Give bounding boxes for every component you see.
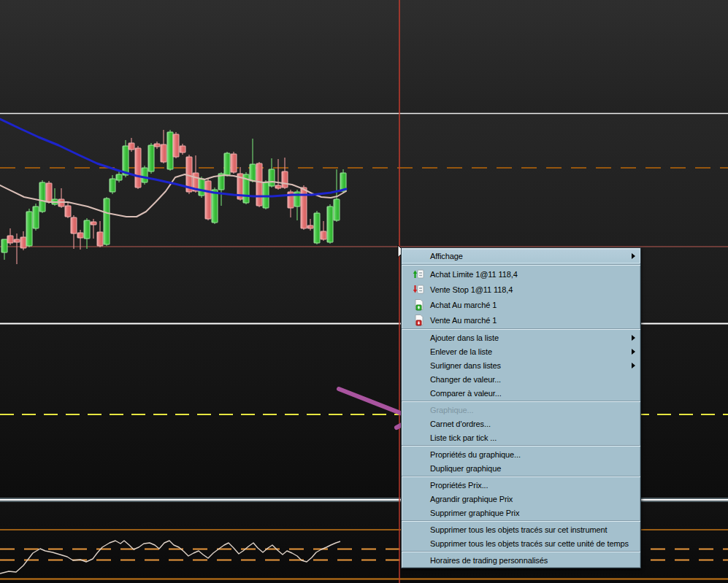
candle-bearish [161, 144, 166, 162]
menu-item-vente-stop[interactable]: Vente Stop 1@11 118,4 [402, 282, 640, 297]
menu-item-dupliquer-graphique[interactable]: Dupliquer graphique [402, 461, 640, 475]
menu-separator [402, 264, 640, 266]
menu-item-supprimer-graphique-prix[interactable]: Supprimer graphique Prix [402, 506, 640, 520]
chart-context-menu[interactable]: AffichageAchat Limite 1@11 118,4Vente St… [401, 247, 641, 568]
menu-item-supprimer-objets-temps[interactable]: Supprimer tous les objets tracés sur cet… [402, 536, 640, 550]
candle-bearish [275, 185, 281, 188]
menu-item-label: Supprimer tous les objets tracés sur cet… [430, 539, 629, 548]
menu-item-label: Vente Au marché 1 [430, 316, 497, 325]
candle-bearish [71, 217, 77, 233]
candle-bullish [148, 145, 154, 171]
submenu-arrow-icon [632, 253, 635, 259]
menu-item-graphique: Graphique... [402, 403, 640, 417]
menu-item-label: Affichage [430, 252, 463, 260]
candle-bullish [199, 179, 204, 196]
menu-item-affichage[interactable]: Affichage [402, 249, 640, 263]
menu-item-horaires-trading[interactable]: Horaires de trading personnalisés [402, 553, 640, 567]
oscillator-line [0, 541, 340, 574]
menu-separator [402, 401, 640, 402]
menu-item-enlever-liste[interactable]: Enlever de la liste [402, 344, 640, 358]
menu-item-ajouter-liste[interactable]: Ajouter dans la liste [402, 331, 640, 344]
candle-bearish [135, 148, 141, 188]
menu-item-agrandir-prix[interactable]: Agrandir graphique Prix [402, 492, 640, 506]
menu-item-label: Achat Au marché 1 [430, 301, 497, 309]
menu-item-label: Dupliquer graphique [430, 464, 501, 473]
candle-bearish [307, 225, 313, 228]
candle-bullish [334, 199, 340, 220]
menu-item-label: Propriétés Prix... [430, 481, 488, 490]
candle-bullish [26, 212, 32, 246]
candle-bearish [173, 134, 179, 157]
candle-bullish [33, 206, 39, 228]
menu-separator [402, 476, 640, 477]
trading-app-screen: AffichageAchat Limite 1@11 118,4Vente St… [0, 0, 728, 583]
menu-item-label: Changer de valeur... [430, 375, 501, 384]
candle-bearish [46, 183, 52, 202]
candle-bullish [142, 168, 147, 182]
submenu-arrow-icon [632, 363, 635, 368]
submenu-arrow-icon [632, 349, 635, 355]
candle-bearish [77, 233, 83, 238]
submenu-arrow-icon [632, 335, 635, 341]
menu-item-surligner-listes[interactable]: Surligner dans listes [402, 358, 640, 372]
candle-bearish [154, 144, 160, 147]
candle-bearish [129, 143, 134, 150]
menu-item-label: Carnet d'ordres... [430, 420, 491, 428]
candle-bullish [224, 153, 230, 175]
menu-item-label: Enlever de la liste [430, 347, 492, 356]
order-sell-market-icon [413, 314, 424, 326]
menu-item-vente-marche[interactable]: Vente Au marché 1 [402, 312, 640, 328]
menu-item-label: Liste tick par tick ... [430, 433, 497, 442]
menu-item-label: Ajouter dans la liste [430, 333, 499, 342]
menu-item-label: Supprimer tous les objets tracés sur cet… [430, 525, 608, 534]
menu-item-label: Graphique... [430, 406, 473, 414]
order-buy-market-icon [413, 298, 424, 311]
candle-bullish [250, 164, 256, 181]
menu-separator [402, 328, 640, 330]
menu-separator [402, 551, 640, 552]
candle-bearish [91, 222, 96, 225]
menu-item-achat-marche[interactable]: Achat Au marché 1 [402, 297, 640, 312]
candle-bullish [116, 174, 122, 180]
candle-bearish [14, 239, 20, 242]
candle-bullish [1, 239, 7, 252]
menu-item-label: Horaires de trading personnalisés [430, 556, 548, 565]
candlestick-series [1, 130, 346, 264]
candle-bullish [110, 179, 115, 192]
candle-bullish [167, 132, 173, 169]
menu-item-label: Surligner dans listes [430, 361, 501, 370]
menu-item-supprimer-objets-instrument[interactable]: Supprimer tous les objets tracés sur cet… [402, 522, 640, 536]
candle-bearish [301, 188, 307, 228]
candle-bearish [256, 163, 262, 206]
menu-item-proprietes-graphique[interactable]: Propriétés du graphique... [402, 447, 640, 461]
candle-bearish [180, 146, 185, 152]
candle-bearish [97, 232, 103, 246]
candle-bearish [321, 231, 326, 239]
candle-bullish [39, 182, 45, 212]
menu-item-achat-limite[interactable]: Achat Limite 1@11 118,4 [402, 266, 640, 282]
menu-separator [402, 445, 640, 447]
candle-bullish [269, 169, 275, 186]
candle-bullish [84, 220, 90, 239]
candle-bullish [123, 146, 129, 175]
candle-bearish [231, 154, 237, 172]
menu-item-label: Comparer à valeur... [430, 389, 502, 398]
candle-bearish [205, 181, 211, 219]
order-sell-stop-icon [413, 283, 424, 296]
menu-item-comparer-valeur[interactable]: Comparer à valeur... [402, 386, 640, 400]
menu-item-label: Supprimer graphique Prix [430, 509, 519, 517]
menu-item-label: Agrandir graphique Prix [430, 495, 513, 503]
menu-item-label: Vente Stop 1@11 118,4 [430, 285, 513, 294]
menu-item-proprietes-prix[interactable]: Propriétés Prix... [402, 478, 640, 492]
menu-item-label: Achat Limite 1@11 118,4 [430, 270, 518, 279]
menu-separator [402, 520, 640, 522]
candle-bearish [65, 206, 71, 217]
oscillator-curve [0, 541, 340, 574]
candle-bullish [314, 213, 320, 243]
candle-bearish [20, 237, 26, 248]
menu-item-changer-valeur[interactable]: Changer de valeur... [402, 372, 640, 386]
candle-bearish [282, 171, 288, 188]
menu-item-liste-tick[interactable]: Liste tick par tick ... [402, 431, 640, 444]
menu-item-carnet-ordres[interactable]: Carnet d'ordres... [402, 417, 640, 431]
candle-bearish [7, 236, 13, 243]
